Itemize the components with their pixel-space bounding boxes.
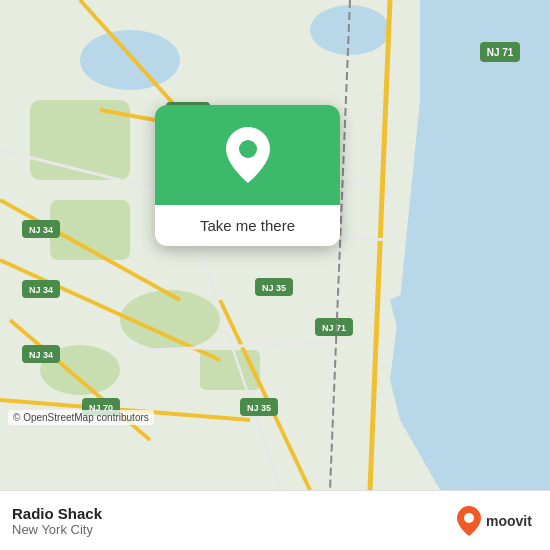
svg-text:NJ 71: NJ 71 [487, 47, 514, 58]
svg-text:NJ 34: NJ 34 [29, 225, 53, 235]
map-attribution: © OpenStreetMap contributors [8, 410, 154, 425]
moovit-text-logo: moovit [486, 512, 538, 530]
location-info: Radio Shack New York City [12, 505, 102, 537]
location-name: Radio Shack [12, 505, 102, 522]
take-me-there-button[interactable]: Take me there [155, 205, 340, 246]
svg-text:NJ 34: NJ 34 [29, 350, 53, 360]
moovit-pin-icon [457, 506, 481, 536]
location-city: New York City [12, 522, 102, 537]
svg-text:NJ 34: NJ 34 [29, 285, 53, 295]
svg-text:moovit: moovit [486, 513, 532, 529]
popup-card[interactable]: Take me there [155, 105, 340, 246]
svg-text:NJ 35: NJ 35 [262, 283, 286, 293]
svg-point-5 [80, 30, 180, 90]
svg-text:NJ 71: NJ 71 [322, 323, 346, 333]
location-pin-icon [226, 127, 270, 183]
svg-point-3 [445, 315, 495, 385]
moovit-logo: moovit [457, 506, 538, 536]
svg-point-2 [430, 160, 490, 200]
svg-text:NJ 35: NJ 35 [247, 403, 271, 413]
popup-green-header [155, 105, 340, 205]
svg-point-45 [464, 513, 474, 523]
svg-point-44 [239, 140, 257, 158]
bottom-bar: Radio Shack New York City moovit [0, 490, 550, 550]
map-container: NJ 71 CR 524 NJ 34 NJ 34 NJ 34 NJ 35 NJ … [0, 0, 550, 490]
